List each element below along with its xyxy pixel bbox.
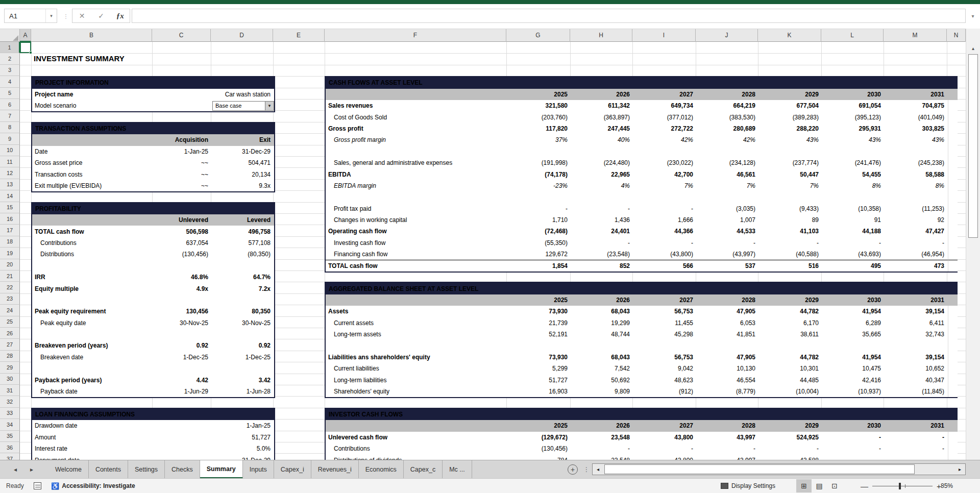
row-label[interactable]: Current assets (326, 317, 507, 329)
cell[interactable]: 6,289 (822, 317, 885, 329)
row-header-8[interactable]: 8 (0, 122, 20, 133)
column-header-k[interactable]: K (758, 29, 821, 42)
cell[interactable]: (8,779) (697, 386, 759, 397)
row-label[interactable]: Payback date (32, 386, 153, 397)
cell[interactable] (948, 317, 958, 329)
row-label[interactable]: Distributions of dividends (326, 454, 507, 460)
row-label[interactable]: Changes in working capital (326, 214, 507, 226)
row-label[interactable]: EBITDA (326, 168, 507, 180)
cell[interactable]: (23,548) (571, 249, 633, 260)
cell[interactable]: 16,903 (507, 386, 571, 397)
column-header-e[interactable]: E (273, 29, 325, 42)
cell[interactable]: 7% (633, 180, 697, 191)
cell[interactable]: 44,782 (759, 306, 822, 317)
cell[interactable]: 42% (697, 134, 759, 145)
cell[interactable] (948, 363, 958, 374)
cell[interactable]: (10,937) (822, 386, 885, 397)
cell[interactable]: 3.42 (212, 374, 274, 385)
cell[interactable]: 288,220 (759, 123, 822, 134)
cell[interactable] (948, 432, 958, 443)
row-label[interactable]: Equity multiple (32, 283, 153, 294)
cell[interactable]: 1-Jun-29 (153, 386, 212, 397)
cell[interactable]: (9,433) (759, 203, 822, 214)
row-label[interactable]: Profit tax paid (326, 203, 507, 214)
cell[interactable] (948, 409, 958, 420)
normal-view-button[interactable]: ⊞ (796, 479, 812, 492)
cell[interactable] (948, 352, 958, 363)
cell[interactable] (948, 203, 958, 214)
column-header-l[interactable]: L (821, 29, 884, 42)
cell[interactable] (948, 306, 958, 317)
cell[interactable]: (10,004) (759, 386, 822, 397)
cell[interactable]: (203,760) (507, 111, 571, 122)
cell[interactable]: (130,456) (507, 443, 571, 454)
column-header-n[interactable]: N (947, 29, 966, 42)
cell[interactable]: 39,154 (885, 306, 948, 317)
row-header-32[interactable]: 32 (0, 396, 20, 407)
cell[interactable]: 8% (822, 180, 885, 191)
cell[interactable]: (46,954) (885, 249, 948, 260)
cell[interactable]: 43,800 (633, 432, 697, 443)
cell[interactable]: (74,178) (507, 168, 571, 180)
cell[interactable]: - (633, 237, 697, 249)
scroll-right-icon[interactable]: ▸ (954, 464, 965, 475)
cell[interactable]: 43,800 (633, 454, 697, 460)
row-header-29[interactable]: 29 (0, 362, 20, 373)
table-title-profitability[interactable]: PROFITABILITY (32, 203, 274, 214)
cell[interactable]: (377,012) (633, 111, 697, 122)
cell[interactable]: - (633, 203, 697, 214)
cell[interactable]: (40,588) (759, 249, 822, 260)
cell[interactable]: 1,436 (571, 214, 633, 226)
year-header-2029[interactable]: 2029 (759, 294, 822, 306)
row-header-25[interactable]: 25 (0, 316, 20, 328)
cell[interactable]: 51,727 (507, 375, 571, 386)
page-layout-view-button[interactable]: ▤ (812, 479, 827, 492)
cell[interactable]: - (633, 443, 697, 454)
cell[interactable] (948, 168, 958, 180)
cell[interactable] (948, 249, 958, 260)
cell[interactable]: (55,350) (507, 237, 571, 249)
cell[interactable]: 80,350 (212, 306, 274, 317)
header-col-2[interactable]: Levered (212, 214, 274, 226)
cell[interactable] (32, 214, 153, 226)
cell[interactable]: - (697, 443, 759, 454)
cell[interactable]: 704,875 (885, 100, 948, 111)
cell[interactable]: 68,043 (571, 306, 633, 317)
cell[interactable] (948, 123, 958, 134)
cell[interactable]: (11,845) (885, 386, 948, 397)
column-header-j[interactable]: J (696, 29, 758, 42)
row-header-4[interactable]: 4 (0, 76, 20, 87)
cell[interactable]: 44,366 (633, 226, 697, 237)
cell[interactable]: 506,598 (153, 226, 212, 237)
row-header-22[interactable]: 22 (0, 282, 20, 293)
cell[interactable]: 73,930 (507, 352, 571, 363)
cell[interactable]: (912) (633, 386, 697, 397)
cell[interactable] (326, 294, 507, 306)
cell[interactable]: 321,580 (507, 100, 571, 111)
cell[interactable]: 664,219 (697, 100, 759, 111)
row-header-31[interactable]: 31 (0, 385, 20, 396)
row-header-17[interactable]: 17 (0, 225, 20, 236)
dropdown-arrow-icon[interactable]: ▼ (265, 102, 274, 110)
cell[interactable] (948, 237, 958, 249)
cell[interactable]: 7.2x (212, 283, 274, 294)
row-label[interactable]: Model scenario (32, 100, 212, 111)
cell[interactable]: 91 (822, 214, 885, 226)
row-header-11[interactable]: 11 (0, 156, 20, 167)
row-label[interactable]: Gross profit margin (326, 134, 507, 145)
row-label[interactable]: Gross profit (326, 123, 507, 134)
cell[interactable] (326, 146, 948, 157)
row-label[interactable]: Shareholders' equity (326, 386, 507, 397)
scenario-dropdown[interactable]: Base case▼ (212, 101, 274, 111)
cell[interactable]: 41,851 (697, 329, 759, 340)
cell[interactable] (948, 180, 958, 191)
row-header-6[interactable]: 6 (0, 99, 20, 110)
cell[interactable] (948, 386, 958, 397)
select-all-button[interactable] (0, 29, 20, 42)
row-header-15[interactable]: 15 (0, 202, 20, 213)
cell[interactable]: - (759, 237, 822, 249)
row-label[interactable]: TOTAL cash flow (32, 226, 153, 237)
cell[interactable]: 43,588 (759, 454, 822, 460)
cell[interactable]: 35,665 (822, 329, 885, 340)
row-label[interactable]: Payback period (years) (32, 374, 153, 385)
